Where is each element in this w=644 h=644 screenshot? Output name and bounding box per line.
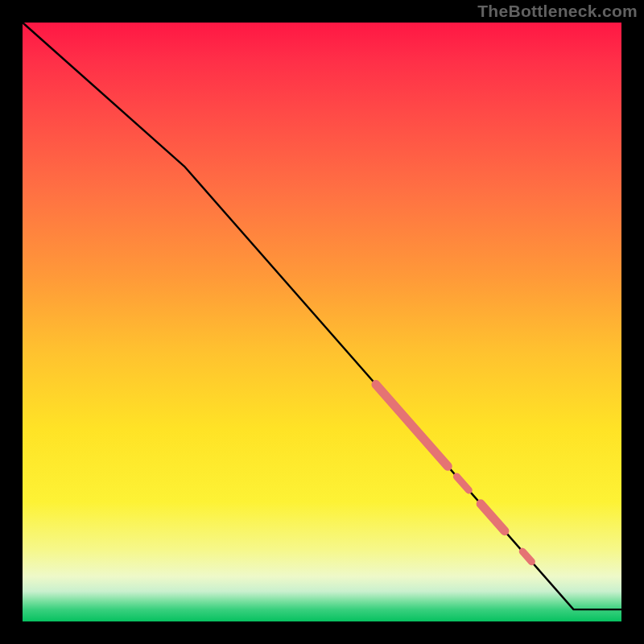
chart-canvas	[0, 0, 644, 644]
watermark-text: TheBottleneck.com	[477, 2, 638, 21]
chart-stage: TheBottleneck.com	[0, 0, 644, 644]
